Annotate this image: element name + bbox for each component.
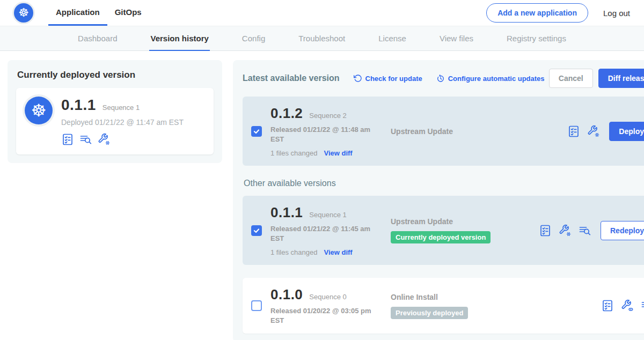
app-subnav: Dashboard Version history Config Trouble… (0, 26, 644, 51)
released-timestamp: Released 01/21/22 @ 11:45 am EST (270, 224, 372, 243)
version-checkbox[interactable] (251, 300, 262, 311)
files-changed-label: 1 files changed (270, 248, 317, 256)
version-info: 0.1.1 Sequence 1 Released 01/21/22 @ 11:… (270, 204, 382, 256)
version-info: 0.1.2 Sequence 2 Released 01/21/22 @ 11:… (270, 105, 382, 157)
current-version-sequence: Sequence 1 (103, 104, 140, 112)
currently-deployed-info: 0.1.1 Sequence 1 Deployed 01/21/22 @ 11:… (61, 97, 184, 146)
other-available-versions-title: Other available versions (244, 179, 644, 188)
preflight-checks-icon[interactable] (601, 299, 614, 312)
version-actions: Deploy (567, 122, 644, 141)
tab-config[interactable]: Config (241, 26, 266, 51)
current-version-deployed-timestamp: Deployed 01/21/22 @ 11:47 am EST (61, 118, 184, 127)
source-label: Upstream Update (391, 217, 530, 226)
version-checkbox[interactable] (251, 225, 262, 236)
version-info: 0.1.0 Sequence 0 Released 01/20/22 @ 03:… (270, 286, 382, 325)
version-row-0-1-1: 0.1.1 Sequence 1 Released 01/21/22 @ 11:… (243, 196, 644, 265)
kubernetes-logo: ☸ (14, 3, 33, 23)
version-row-0-1-0: 0.1.0 Sequence 0 Released 01/20/22 @ 03:… (243, 278, 644, 334)
version-actions (601, 299, 644, 312)
version-sequence: Sequence 2 (309, 112, 346, 120)
redeploy-button[interactable]: Redeploy (601, 221, 644, 240)
tab-license[interactable]: License (377, 26, 407, 51)
version-sequence: Sequence 1 (309, 211, 346, 219)
deploy-logs-icon[interactable] (641, 299, 644, 312)
configure-automatic-updates-link[interactable]: Configure automatic updates (436, 74, 545, 83)
version-source: Upstream Update (391, 127, 530, 136)
view-diff-link[interactable]: View diff (324, 149, 352, 157)
tab-application[interactable]: Application (48, 0, 107, 26)
source-label: Online Install (391, 293, 530, 301)
refresh-icon (354, 74, 362, 83)
config-edit-icon[interactable] (559, 224, 572, 237)
tab-gitops[interactable]: GitOps (107, 0, 149, 26)
check-for-update-label: Check for update (365, 75, 422, 83)
version-source: Online Install Previously deployed (391, 293, 530, 319)
configure-automatic-updates-label: Configure automatic updates (448, 75, 545, 83)
config-edit-icon[interactable] (587, 125, 600, 138)
tab-troubleshoot[interactable]: Troubleshoot (297, 26, 346, 51)
auto-update-clock-icon (436, 74, 445, 83)
config-edit-icon[interactable] (98, 133, 111, 146)
tab-view-files[interactable]: View files (438, 26, 474, 51)
released-timestamp: Released 01/21/22 @ 11:48 am EST (270, 125, 372, 144)
currently-deployed-card: ☸ 0.1.1 Sequence 1 Deployed 01/21/22 @ 1… (16, 88, 214, 154)
deploy-button[interactable]: Deploy (609, 122, 644, 141)
cancel-button[interactable]: Cancel (549, 69, 593, 88)
top-bar: ☸ Application GitOps Add a new applicati… (0, 0, 644, 26)
version-number: 0.1.1 (270, 204, 303, 221)
version-number: 0.1.0 (270, 286, 303, 303)
deploy-logs-icon[interactable] (79, 133, 92, 146)
files-changed-label: 1 files changed (270, 149, 317, 157)
version-source: Upstream Update Currently deployed versi… (391, 217, 530, 243)
previously-deployed-badge: Previously deployed (391, 307, 468, 319)
preflight-checks-icon[interactable] (539, 224, 552, 237)
currently-deployed-title: Currently deployed version (17, 70, 213, 80)
version-history-panel: Latest available version Check for updat… (233, 60, 644, 340)
currently-deployed-badge: Currently deployed version (391, 231, 491, 243)
version-checkbox[interactable] (251, 126, 262, 137)
tab-registry-settings[interactable]: Registry settings (506, 26, 567, 51)
preflight-checks-icon[interactable] (567, 125, 580, 138)
deploy-logs-icon[interactable] (579, 224, 591, 237)
version-actions: Redeploy (539, 221, 644, 240)
top-tabs: Application GitOps (48, 0, 149, 26)
preflight-checks-icon[interactable] (61, 133, 74, 146)
app-kubernetes-logo: ☸ (25, 97, 53, 124)
released-timestamp: Released 01/20/22 @ 03:05 pm EST (270, 306, 372, 325)
currently-deployed-panel: Currently deployed version ☸ 0.1.1 Seque… (8, 60, 222, 163)
latest-available-title: Latest available version (243, 73, 340, 83)
tab-dashboard[interactable]: Dashboard (77, 26, 118, 51)
version-row-0-1-2: 0.1.2 Sequence 2 Released 01/21/22 @ 11:… (243, 97, 644, 166)
logout-link[interactable]: Log out (603, 9, 630, 18)
view-diff-link[interactable]: View diff (324, 248, 352, 256)
version-number: 0.1.2 (270, 105, 303, 122)
current-version-number: 0.1.1 (61, 97, 96, 114)
check-for-update-link[interactable]: Check for update (354, 74, 422, 83)
latest-available-header: Latest available version Check for updat… (243, 69, 644, 88)
source-label: Upstream Update (391, 127, 530, 136)
version-sequence: Sequence 0 (309, 293, 346, 301)
main-content: Currently deployed version ☸ 0.1.1 Seque… (0, 51, 644, 340)
diff-releases-button[interactable]: Diff releases (598, 69, 644, 88)
config-view-icon[interactable] (621, 299, 634, 312)
add-application-button[interactable]: Add a new application (486, 3, 588, 23)
tab-version-history[interactable]: Version history (149, 26, 209, 51)
